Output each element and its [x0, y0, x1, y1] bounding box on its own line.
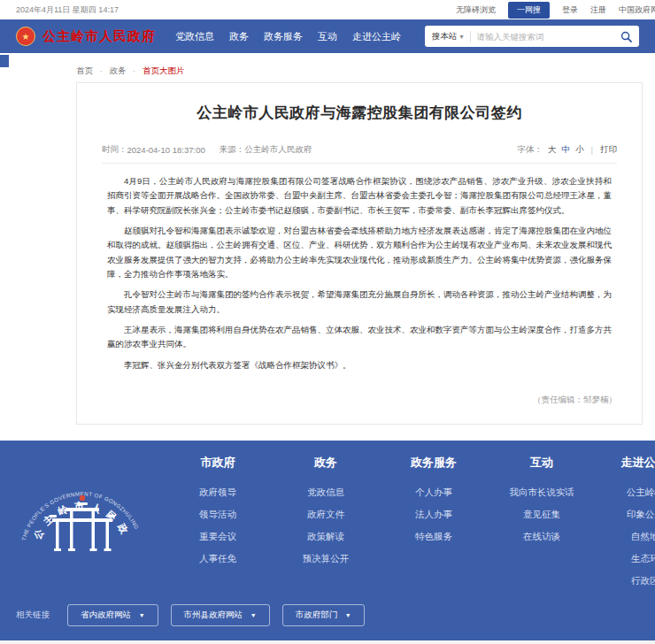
national-emblem-icon: ★	[16, 27, 35, 46]
footer-link[interactable]: 法人办事	[380, 503, 488, 525]
paragraph: 李冠辉、张兴金分别代表双方签署《战略合作框架协议书》。	[107, 358, 612, 372]
footer-col-title: 互动	[488, 455, 596, 471]
footer-seal: THE PEOPLE'S GOVERNMENT OF GONGZHULING 公…	[0, 455, 164, 592]
footer-col-interact: 互动 我向市长说实话 意见征集 在线访谈	[488, 455, 596, 592]
caret-down-icon: ▼	[345, 612, 351, 618]
top-utility-bar: 2024年4月11日 星期四 14:17 无障碍浏览 一网搜 登录 注册 中国政…	[0, 0, 655, 19]
page-content: 首页 · 政务 · 首页大图片 公主岭市人民政府与海露控股集团有限公司签约 时间…	[0, 53, 655, 425]
font-medium-button[interactable]: 中	[562, 144, 571, 156]
emblem-star: ★	[22, 32, 30, 42]
paragraph: 王冰星表示，海露集团将利用自身优势在农产品销售、立体农服、农业技术、农业和数字资…	[107, 323, 612, 352]
login-link[interactable]: 登录	[562, 4, 578, 16]
breadcrumb-home[interactable]: 首页	[76, 65, 93, 75]
decoration	[0, 55, 9, 67]
footer-link[interactable]: 印象公主岭	[596, 503, 655, 525]
nav-item-services[interactable]: 政务服务	[264, 30, 303, 43]
breadcrumb: 首页 · 政务 · 首页大图片	[0, 53, 655, 82]
dropdown-county-sites[interactable]: 市州县政府网站 ▼	[171, 604, 270, 626]
gate-illustration	[50, 495, 115, 551]
footer-link[interactable]: 政策解读	[272, 525, 380, 548]
breadcrumb-separator: ·	[133, 65, 135, 75]
footer-col-about: 走进公主岭 公主岭概况 印象公主岭 自然地理 生态环境 行政区划	[596, 455, 655, 592]
font-size-label: 字体：	[518, 144, 543, 156]
source-label: 来源：	[220, 144, 245, 156]
footer-link[interactable]: 预决算公开	[272, 548, 380, 570]
footer-link[interactable]: 自然地理	[596, 525, 655, 548]
footer-link[interactable]: 行政区划	[596, 570, 655, 592]
footer-col-city-gov: 市政府 政府领导 领导活动 重要会议 人事任免	[164, 455, 272, 592]
register-link[interactable]: 注册	[590, 4, 606, 16]
search-scope-selector[interactable]: 搜本站 ▾	[432, 31, 464, 42]
related-links-label: 相关链接	[16, 610, 50, 621]
china-gov-link[interactable]: 中国政府网	[619, 4, 655, 16]
footer-link[interactable]: 意见征集	[488, 503, 596, 525]
footer-col-title: 政务服务	[380, 455, 488, 471]
editor-credit: （责任编辑：邹梦楠）	[77, 382, 642, 424]
breadcrumb-zhengwu[interactable]: 政务	[109, 65, 126, 75]
related-links-row: 相关链接 省内政府网站 ▼ 市州县政府网站 ▼ 市政府部门 ▼	[0, 592, 655, 640]
footer-link[interactable]: 政府领导	[164, 481, 272, 503]
unified-search-button[interactable]: 一网搜	[508, 2, 550, 19]
search-scope-label: 搜本站	[432, 31, 458, 42]
bottom-info-bar: ★ 政府网站 找错 主办单位：公主岭市人民政府 办公地址：吉林省公主岭市西公主大…	[0, 640, 655, 644]
search-bar: 搜本站 ▾	[425, 26, 639, 47]
nav-item-interact[interactable]: 互动	[318, 30, 337, 43]
dropdown-provincial-sites[interactable]: 省内政府网站 ▼	[67, 604, 158, 626]
footer-col-title: 市政府	[164, 455, 272, 471]
footer-link[interactable]: 政府文件	[272, 503, 380, 525]
chevron-down-icon: ▾	[460, 33, 464, 41]
font-small-button[interactable]: 小	[575, 144, 584, 156]
article-title: 公主岭市人民政府与海露控股集团有限公司签约	[77, 103, 642, 123]
source-value: 公主岭市人民政府	[244, 144, 312, 156]
footer-col-zhengwu: 政务 党政信息 政府文件 政策解读 预决算公开	[272, 455, 380, 592]
breadcrumb-current: 首页大图片	[143, 65, 185, 75]
dropdown-label: 市州县政府网站	[184, 610, 243, 619]
footer-link[interactable]: 公主岭概况	[596, 481, 655, 503]
site-footer: THE PEOPLE'S GOVERNMENT OF GONGZHULING 公…	[0, 441, 655, 640]
article-container: 公主岭市人民政府与海露控股集团有限公司签约 时间： 2024-04-10 18:…	[76, 82, 643, 425]
dropdown-label: 市政府部门	[296, 610, 338, 619]
search-icon[interactable]	[620, 31, 632, 42]
site-header: ★ 公主岭市人民政府 党政信息 政务 政务服务 互动 走进公主岭 搜本站 ▾	[0, 19, 655, 53]
footer-link[interactable]: 我向市长说实话	[488, 481, 596, 503]
dropdown-label: 省内政府网站	[81, 610, 131, 619]
time-value: 2024-04-10 18:37:00	[127, 145, 205, 155]
government-seal-icon: THE PEOPLE'S GOVERNMENT OF GONGZHULING 公…	[12, 458, 153, 566]
article-meta-row: 时间： 2024-04-10 18:37:00 来源： 公主岭市人民政府 字体：…	[102, 144, 617, 164]
footer-link[interactable]: 重要会议	[164, 525, 272, 548]
footer-col-services: 政务服务 个人办事 法人办事 特色服务	[380, 455, 488, 592]
footer-link[interactable]: 个人办事	[380, 481, 488, 503]
nav-item-about[interactable]: 走进公主岭	[352, 30, 401, 43]
paragraph: 4月9日，公主岭市人民政府与海露控股集团有限公司签署战略合作框架协议，围绕涉农产…	[107, 174, 612, 218]
accessibility-link[interactable]: 无障碍浏览	[456, 4, 496, 16]
footer-link[interactable]: 党政信息	[272, 481, 380, 503]
caret-down-icon: ▼	[139, 612, 145, 618]
article-body: 4月9日，公主岭市人民政府与海露控股集团有限公司签署战略合作框架协议，围绕涉农产…	[77, 164, 642, 382]
footer-link[interactable]: 领导活动	[164, 503, 272, 525]
main-nav: 党政信息 政务 政务服务 互动 走进公主岭	[175, 30, 416, 43]
breadcrumb-separator: ·	[100, 65, 103, 75]
nav-item-zhengwu[interactable]: 政务	[229, 30, 249, 43]
footer-link[interactable]: 人事任免	[164, 548, 272, 570]
time-label: 时间：	[102, 144, 127, 156]
paragraph: 赵颀骐对孔令智和海露集团表示诚挚欢迎，对台盟吉林省委会牵线搭桥助力地方经济发展表…	[107, 224, 612, 281]
footer-link[interactable]: 在线访谈	[488, 525, 596, 548]
datetime-text: 2024年4月11日 星期四 14:17	[16, 4, 119, 16]
footer-link[interactable]: 生态环境	[596, 548, 655, 570]
search-input[interactable]	[477, 32, 620, 42]
font-large-button[interactable]: 大	[548, 144, 557, 156]
print-button[interactable]: 打印	[600, 144, 617, 156]
caret-down-icon: ▼	[250, 612, 257, 618]
dropdown-departments[interactable]: 市政府部门 ▼	[282, 604, 365, 626]
search-divider	[470, 31, 471, 42]
meta-pipe: |	[591, 145, 593, 155]
site-title: 公主岭市人民政府	[42, 28, 156, 45]
footer-col-title: 政务	[272, 455, 380, 471]
paragraph: 孔令智对公主岭市与海露集团的签约合作表示祝贺，希望海露集团充分施展自身所长，调动…	[107, 288, 612, 317]
footer-link[interactable]: 特色服务	[380, 525, 488, 548]
footer-col-title: 走进公主岭	[596, 455, 655, 471]
nav-item-dangzheng[interactable]: 党政信息	[175, 30, 214, 43]
